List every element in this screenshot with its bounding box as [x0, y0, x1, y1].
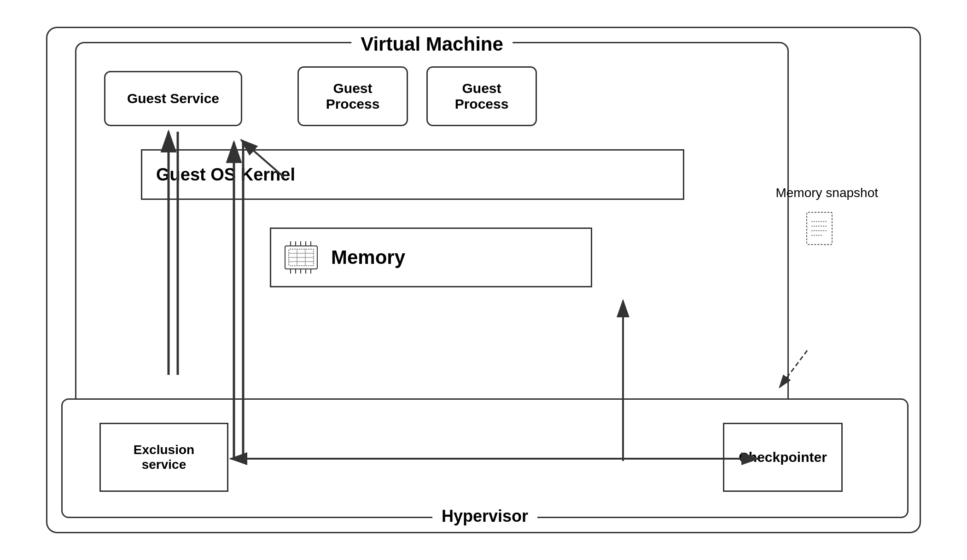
guest-service-box: Guest Service	[104, 71, 242, 126]
exclusion-service-label: Exclusionservice	[134, 443, 194, 472]
checkpointer-box: Checkpointer	[723, 423, 843, 492]
exclusion-service-box: Exclusionservice	[99, 423, 228, 492]
guest-os-kernel-label: Guest OS Kernel	[156, 165, 295, 185]
hypervisor-title: Hypervisor	[432, 507, 537, 526]
guest-os-kernel-box: Guest OS Kernel	[141, 149, 684, 200]
vm-title: Virtual Machine	[351, 33, 513, 55]
guest-process-box-1: GuestProcess	[297, 66, 408, 126]
memory-label: Memory	[331, 246, 405, 268]
checkpointer-label: Checkpointer	[739, 449, 827, 465]
snapshot-document-icon	[804, 210, 841, 251]
guest-service-label: Guest Service	[127, 91, 219, 106]
guest-process-2-label: GuestProcess	[455, 81, 509, 112]
ram-chip-icon	[280, 239, 322, 276]
memory-box: Memory	[270, 228, 592, 287]
diagram-container: Virtual Machine Guest Service GuestProce…	[46, 27, 921, 533]
virtual-machine-box: Virtual Machine Guest Service GuestProce…	[75, 42, 789, 438]
guest-process-box-2: GuestProcess	[426, 66, 537, 126]
hypervisor-box: Hypervisor Exclusionservice Checkpointer	[61, 398, 909, 518]
guest-process-1-label: GuestProcess	[326, 81, 380, 112]
memory-snapshot-label: Memory snapshot	[775, 185, 878, 201]
svg-rect-34	[807, 212, 832, 245]
